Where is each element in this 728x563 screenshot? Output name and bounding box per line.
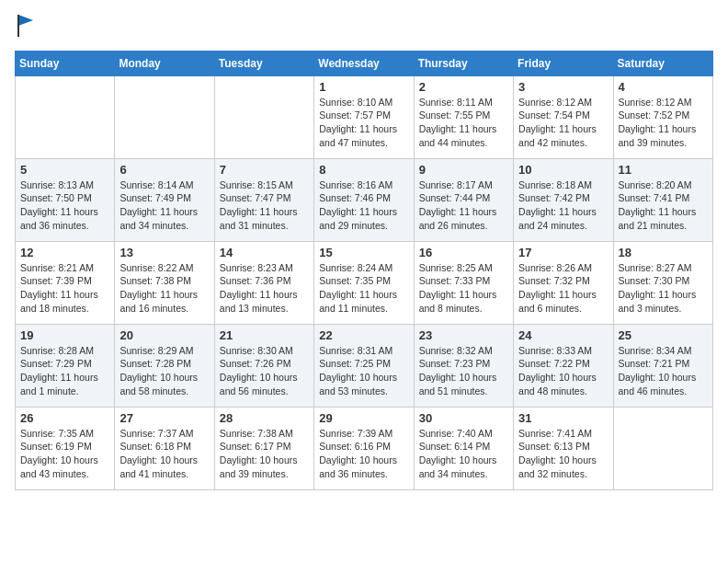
day-info: Sunrise: 7:41 AM Sunset: 6:13 PM Dayligh… — [518, 427, 608, 481]
day-number: 14 — [220, 246, 309, 259]
day-info: Sunrise: 8:12 AM Sunset: 7:52 PM Dayligh… — [619, 96, 708, 150]
calendar-week-row: 1Sunrise: 8:10 AM Sunset: 7:57 PM Daylig… — [16, 75, 713, 158]
svg-rect-1 — [17, 15, 19, 37]
day-info: Sunrise: 8:30 AM Sunset: 7:26 PM Dayligh… — [220, 344, 309, 398]
calendar-cell: 24Sunrise: 8:33 AM Sunset: 7:22 PM Dayli… — [514, 324, 613, 407]
day-info: Sunrise: 8:26 AM Sunset: 7:32 PM Dayligh… — [518, 261, 608, 316]
calendar-week-row: 12Sunrise: 8:21 AM Sunset: 7:39 PM Dayli… — [16, 241, 713, 324]
calendar-cell: 13Sunrise: 8:22 AM Sunset: 7:38 PM Dayli… — [115, 241, 214, 324]
weekday-header-tuesday: Tuesday — [214, 51, 313, 75]
day-number: 8 — [319, 163, 408, 177]
day-number: 30 — [419, 411, 508, 425]
day-info: Sunrise: 8:24 AM Sunset: 7:35 PM Dayligh… — [319, 261, 408, 316]
day-info: Sunrise: 8:21 AM Sunset: 7:39 PM Dayligh… — [20, 261, 109, 316]
calendar-cell: 12Sunrise: 8:21 AM Sunset: 7:39 PM Dayli… — [16, 241, 115, 324]
day-number: 15 — [319, 246, 408, 259]
day-number: 20 — [119, 328, 209, 342]
day-info: Sunrise: 8:23 AM Sunset: 7:36 PM Dayligh… — [220, 261, 309, 316]
calendar-cell: 2Sunrise: 8:11 AM Sunset: 7:55 PM Daylig… — [414, 75, 513, 158]
day-number: 24 — [518, 328, 608, 342]
calendar-table: SundayMondayTuesdayWednesdayThursdayFrid… — [15, 51, 713, 490]
day-info: Sunrise: 7:37 AM Sunset: 6:18 PM Dayligh… — [119, 427, 209, 481]
day-info: Sunrise: 8:32 AM Sunset: 7:23 PM Dayligh… — [419, 344, 508, 398]
calendar-cell: 17Sunrise: 8:26 AM Sunset: 7:32 PM Dayli… — [514, 241, 613, 324]
day-number: 11 — [619, 163, 708, 177]
day-info: Sunrise: 8:20 AM Sunset: 7:41 PM Dayligh… — [619, 178, 708, 233]
weekday-header-monday: Monday — [115, 51, 214, 75]
calendar-cell: 21Sunrise: 8:30 AM Sunset: 7:26 PM Dayli… — [214, 324, 313, 407]
calendar-cell: 16Sunrise: 8:25 AM Sunset: 7:33 PM Dayli… — [414, 241, 513, 324]
calendar-cell: 27Sunrise: 7:37 AM Sunset: 6:18 PM Dayli… — [115, 407, 214, 489]
calendar-cell: 11Sunrise: 8:20 AM Sunset: 7:41 PM Dayli… — [613, 158, 712, 241]
calendar-cell: 30Sunrise: 7:40 AM Sunset: 6:14 PM Dayli… — [414, 407, 513, 489]
day-info: Sunrise: 8:29 AM Sunset: 7:28 PM Dayligh… — [119, 344, 209, 398]
day-number: 23 — [419, 328, 508, 342]
day-number: 10 — [518, 163, 608, 177]
day-number: 25 — [619, 328, 708, 342]
day-info: Sunrise: 8:11 AM Sunset: 7:55 PM Dayligh… — [419, 96, 508, 150]
calendar-cell: 26Sunrise: 7:35 AM Sunset: 6:19 PM Dayli… — [16, 407, 115, 489]
day-info: Sunrise: 8:27 AM Sunset: 7:30 PM Dayligh… — [619, 261, 708, 316]
day-number: 31 — [518, 411, 608, 425]
day-info: Sunrise: 8:25 AM Sunset: 7:33 PM Dayligh… — [419, 261, 508, 316]
logo-flag-icon — [17, 15, 35, 37]
day-number: 19 — [20, 328, 109, 342]
day-info: Sunrise: 8:34 AM Sunset: 7:21 PM Dayligh… — [619, 344, 708, 398]
day-number: 3 — [518, 80, 608, 94]
day-number: 4 — [619, 80, 708, 94]
day-number: 6 — [119, 163, 209, 177]
calendar-cell: 8Sunrise: 8:16 AM Sunset: 7:46 PM Daylig… — [314, 158, 414, 241]
calendar-cell: 22Sunrise: 8:31 AM Sunset: 7:25 PM Dayli… — [314, 324, 414, 407]
day-info: Sunrise: 8:22 AM Sunset: 7:38 PM Dayligh… — [119, 261, 209, 316]
calendar-cell: 5Sunrise: 8:13 AM Sunset: 7:50 PM Daylig… — [16, 158, 115, 241]
calendar-cell: 10Sunrise: 8:18 AM Sunset: 7:42 PM Dayli… — [514, 158, 613, 241]
calendar-cell: 20Sunrise: 8:29 AM Sunset: 7:28 PM Dayli… — [115, 324, 214, 407]
day-number: 28 — [220, 411, 309, 425]
calendar-cell: 18Sunrise: 8:27 AM Sunset: 7:30 PM Dayli… — [613, 241, 712, 324]
day-info: Sunrise: 8:15 AM Sunset: 7:47 PM Dayligh… — [220, 178, 309, 233]
day-number: 22 — [319, 328, 408, 342]
calendar-cell: 15Sunrise: 8:24 AM Sunset: 7:35 PM Dayli… — [314, 241, 414, 324]
day-number: 12 — [20, 246, 109, 259]
calendar-cell: 1Sunrise: 8:10 AM Sunset: 7:57 PM Daylig… — [314, 75, 414, 158]
day-number: 1 — [319, 80, 408, 94]
day-number: 5 — [20, 163, 109, 177]
day-info: Sunrise: 8:17 AM Sunset: 7:44 PM Dayligh… — [419, 178, 508, 233]
day-info: Sunrise: 8:10 AM Sunset: 7:57 PM Dayligh… — [319, 96, 408, 150]
weekday-header-saturday: Saturday — [613, 51, 712, 75]
weekday-header-friday: Friday — [514, 51, 613, 75]
day-info: Sunrise: 7:39 AM Sunset: 6:16 PM Dayligh… — [319, 427, 408, 481]
calendar-cell — [214, 75, 313, 158]
day-number: 9 — [419, 163, 508, 177]
day-number: 18 — [619, 246, 708, 259]
page-header — [15, 15, 713, 41]
day-number: 2 — [419, 80, 508, 94]
calendar-cell: 6Sunrise: 8:14 AM Sunset: 7:49 PM Daylig… — [115, 158, 214, 241]
calendar-week-row: 5Sunrise: 8:13 AM Sunset: 7:50 PM Daylig… — [16, 158, 713, 241]
calendar-cell: 31Sunrise: 7:41 AM Sunset: 6:13 PM Dayli… — [514, 407, 613, 489]
calendar-cell: 9Sunrise: 8:17 AM Sunset: 7:44 PM Daylig… — [414, 158, 513, 241]
calendar-cell: 19Sunrise: 8:28 AM Sunset: 7:29 PM Dayli… — [16, 324, 115, 407]
day-number: 29 — [319, 411, 408, 425]
day-info: Sunrise: 8:12 AM Sunset: 7:54 PM Dayligh… — [518, 96, 608, 150]
day-info: Sunrise: 8:31 AM Sunset: 7:25 PM Dayligh… — [319, 344, 408, 398]
calendar-cell: 3Sunrise: 8:12 AM Sunset: 7:54 PM Daylig… — [514, 75, 613, 158]
day-info: Sunrise: 7:35 AM Sunset: 6:19 PM Dayligh… — [20, 427, 109, 481]
day-number: 16 — [419, 246, 508, 259]
calendar-cell: 28Sunrise: 7:38 AM Sunset: 6:17 PM Dayli… — [214, 407, 313, 489]
day-number: 7 — [220, 163, 309, 177]
weekday-header-sunday: Sunday — [16, 51, 115, 75]
day-info: Sunrise: 8:16 AM Sunset: 7:46 PM Dayligh… — [319, 178, 408, 233]
weekday-header-thursday: Thursday — [414, 51, 513, 75]
day-number: 26 — [20, 411, 109, 425]
day-number: 21 — [220, 328, 309, 342]
calendar-week-row: 26Sunrise: 7:35 AM Sunset: 6:19 PM Dayli… — [16, 407, 713, 489]
logo — [15, 15, 35, 41]
day-number: 13 — [119, 246, 209, 259]
day-info: Sunrise: 8:18 AM Sunset: 7:42 PM Dayligh… — [518, 178, 608, 233]
weekday-header-row: SundayMondayTuesdayWednesdayThursdayFrid… — [16, 51, 713, 75]
calendar-cell: 29Sunrise: 7:39 AM Sunset: 6:16 PM Dayli… — [314, 407, 414, 489]
day-info: Sunrise: 8:13 AM Sunset: 7:50 PM Dayligh… — [20, 178, 109, 233]
calendar-cell: 25Sunrise: 8:34 AM Sunset: 7:21 PM Dayli… — [613, 324, 712, 407]
weekday-header-wednesday: Wednesday — [314, 51, 414, 75]
